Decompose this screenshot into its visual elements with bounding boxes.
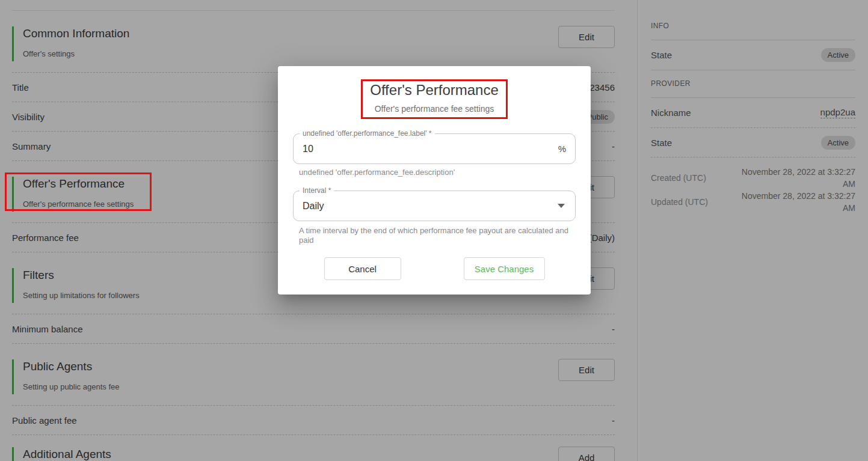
interval-select[interactable]: Interval * Daily (293, 191, 576, 221)
performance-fee-input[interactable] (303, 144, 558, 154)
cancel-button[interactable]: Cancel (324, 257, 401, 280)
interval-label: Interval * (300, 186, 334, 195)
annotation-box-modal-title (361, 79, 508, 119)
interval-helper: A time interval by the end of which perf… (293, 226, 576, 245)
performance-fee-helper: undefined 'offer.performance_fee.descrip… (293, 168, 576, 177)
dropdown-arrow-icon (558, 204, 565, 208)
performance-fee-label: undefined 'offer.performance_fee.label' … (300, 129, 435, 138)
annotation-box-performance-section (5, 172, 152, 211)
performance-fee-field: undefined 'offer.performance_fee.label' … (293, 133, 576, 164)
percent-suffix: % (558, 144, 566, 154)
save-changes-button[interactable]: Save Changes (464, 257, 545, 280)
dialog-actions: Cancel Save Changes (278, 257, 591, 280)
interval-value: Daily (303, 201, 558, 212)
